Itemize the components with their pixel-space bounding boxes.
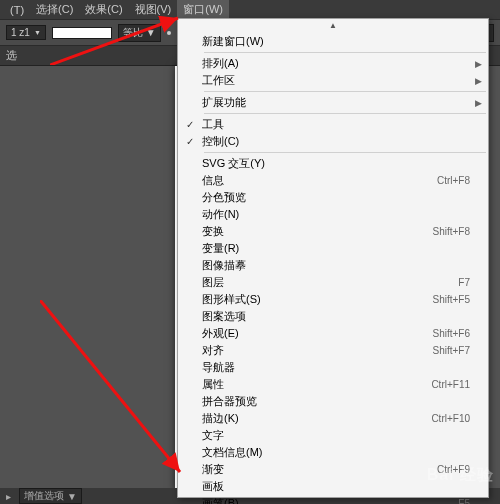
dot-icon (167, 31, 171, 35)
check-icon: ✓ (178, 136, 202, 147)
menu-scroll-up[interactable]: ▲ (178, 21, 488, 33)
menu-item[interactable]: 拼合器预览 (178, 393, 488, 410)
menu-item-label: 属性 (202, 377, 431, 392)
menu-item-label: 变量(R) (202, 241, 470, 256)
menu-item[interactable]: 文档信息(M) (178, 444, 488, 461)
menu-item-label: 导航器 (202, 360, 470, 375)
zoom-select[interactable]: 1 z1 ▼ (6, 25, 46, 40)
menu-item[interactable]: 工作区▶ (178, 72, 488, 89)
watermark: Bai 经验 (427, 465, 494, 486)
submenu-arrow-icon: ▶ (475, 76, 482, 86)
menu-item[interactable]: 图像描摹 (178, 257, 488, 274)
menu-item-label: 信息 (202, 173, 437, 188)
menu-view[interactable]: 视图(V) (129, 0, 178, 19)
menu-item[interactable]: 信息Ctrl+F8 (178, 172, 488, 189)
menu-item[interactable]: 对齐Shift+F7 (178, 342, 488, 359)
menu-item[interactable]: 新建窗口(W) (178, 33, 488, 50)
menu-item-label: 图像描摹 (202, 258, 470, 273)
menu-item-label: 动作(N) (202, 207, 470, 222)
menu-item[interactable]: 扩展功能▶ (178, 94, 488, 111)
menu-item-label: 分色预览 (202, 190, 470, 205)
menu-item-label: 图案选项 (202, 309, 470, 324)
submenu-arrow-icon: ▶ (475, 59, 482, 69)
menu-shortcut: Shift+F8 (432, 226, 470, 237)
menu-shortcut: F5 (458, 498, 470, 504)
menu-item[interactable]: 文字 (178, 427, 488, 444)
menu-shortcut: Ctrl+F10 (431, 413, 470, 424)
menu-shortcut: F7 (458, 277, 470, 288)
menu-item-label: 文字 (202, 428, 470, 443)
menu-item-label: 工作区 (202, 73, 470, 88)
menu-item-label: 渐变 (202, 462, 437, 477)
menu-separator (204, 52, 486, 53)
menu-item-label: 变换 (202, 224, 432, 239)
menu-item-label: 外观(E) (202, 326, 432, 341)
menu-item-label: 排列(A) (202, 56, 470, 71)
menu-separator (204, 113, 486, 114)
menu-item[interactable]: 变量(R) (178, 240, 488, 257)
caret-down-icon: ▼ (34, 29, 41, 36)
menu-shortcut: Ctrl+F8 (437, 175, 470, 186)
menu-item[interactable]: 排列(A)▶ (178, 55, 488, 72)
menu-item[interactable]: 图案选项 (178, 308, 488, 325)
menu-item-label: 图形样式(S) (202, 292, 432, 307)
check-icon: ✓ (178, 119, 202, 130)
menu-shortcut: Shift+F7 (432, 345, 470, 356)
menu-item[interactable]: 外观(E)Shift+F6 (178, 325, 488, 342)
menu-item-label: 拼合器预览 (202, 394, 470, 409)
menu-item-label: SVG 交互(Y) (202, 156, 470, 171)
menu-item[interactable]: ✓控制(C) (178, 133, 488, 150)
caret-down-icon: ▼ (146, 27, 156, 38)
menu-item[interactable]: 属性Ctrl+F11 (178, 376, 488, 393)
menu-shortcut: Shift+F5 (432, 294, 470, 305)
menu-item-label: 扩展功能 (202, 95, 470, 110)
menu-item[interactable]: 图形样式(S)Shift+F5 (178, 291, 488, 308)
menu-item-label: 工具 (202, 117, 470, 132)
zoom-value: 1 z1 (11, 27, 30, 38)
menu-item[interactable]: 动作(N) (178, 206, 488, 223)
menu-separator (204, 91, 486, 92)
caret-down-icon: ▼ (67, 491, 77, 502)
menu-item[interactable]: 导航器 (178, 359, 488, 376)
window-menu-dropdown: ▲新建窗口(W)排列(A)▶工作区▶扩展功能▶✓工具✓控制(C)SVG 交互(Y… (177, 18, 489, 498)
menu-item-label: 控制(C) (202, 134, 470, 149)
menu-window[interactable]: 窗口(W) (177, 0, 229, 19)
menu-effect[interactable]: 效果(C) (79, 0, 128, 19)
status-select[interactable]: 增值选项 ▼ (19, 488, 82, 504)
menu-item[interactable]: 画笔(B)F5 (178, 495, 488, 504)
stroke-preview[interactable] (52, 27, 112, 39)
menu-select[interactable]: 选择(C) (30, 0, 79, 19)
menu-shortcut: Ctrl+F11 (431, 379, 470, 390)
menu-item-label: 新建窗口(W) (202, 34, 470, 49)
menu-item-label: 描边(K) (202, 411, 431, 426)
ratio-label: 等比 (123, 26, 143, 40)
menu-t[interactable]: (T) (4, 2, 30, 18)
status-cursor-icon: ▸ (6, 491, 11, 502)
subbar-label: 选 (6, 48, 17, 63)
ratio-select[interactable]: 等比 ▼ (118, 24, 161, 42)
menubar: (T) 选择(C) 效果(C) 视图(V) 窗口(W) (0, 0, 500, 20)
menu-item[interactable]: 描边(K)Ctrl+F10 (178, 410, 488, 427)
menu-item[interactable]: ✓工具 (178, 116, 488, 133)
menu-item-label: 画笔(B) (202, 496, 458, 504)
menu-shortcut: Shift+F6 (432, 328, 470, 339)
menu-separator (204, 152, 486, 153)
menu-item[interactable]: 分色预览 (178, 189, 488, 206)
menu-item[interactable]: 图层F7 (178, 274, 488, 291)
submenu-arrow-icon: ▶ (475, 98, 482, 108)
menu-item[interactable]: 变换Shift+F8 (178, 223, 488, 240)
menu-item[interactable]: SVG 交互(Y) (178, 155, 488, 172)
menu-item-label: 文档信息(M) (202, 445, 470, 460)
menu-item-label: 图层 (202, 275, 458, 290)
menu-item-label: 对齐 (202, 343, 432, 358)
